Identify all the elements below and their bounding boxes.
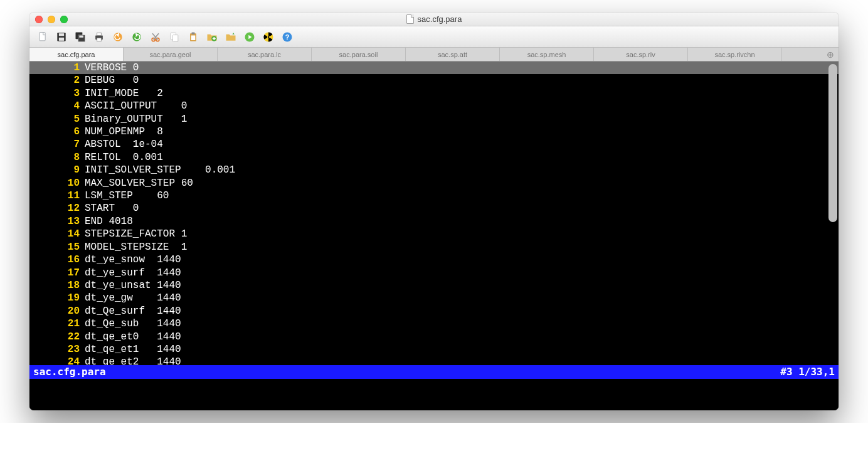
- line-number: 11: [29, 189, 85, 202]
- undo-icon[interactable]: [110, 29, 126, 45]
- cut-icon[interactable]: [147, 29, 164, 45]
- code-line[interactable]: 17dt_ye_surf 1440: [29, 267, 839, 279]
- line-number: 10: [29, 177, 85, 189]
- zoom-icon[interactable]: [60, 16, 68, 23]
- status-bar: sac.cfg.para #3 1/33,1: [29, 365, 839, 379]
- line-number: 4: [29, 100, 85, 112]
- scroll-thumb[interactable]: [828, 64, 837, 222]
- code-line[interactable]: 1VERBOSE 0: [29, 61, 839, 74]
- document-icon: [406, 14, 414, 24]
- line-number: 5: [29, 113, 85, 125]
- code-line[interactable]: 24dt_qe_et2 1440: [29, 356, 839, 365]
- radiation-icon[interactable]: [260, 29, 277, 45]
- code-line[interactable]: 20dt_Qe_surf 1440: [29, 305, 839, 317]
- line-text: LSM_STEP 60: [85, 189, 169, 202]
- code-line[interactable]: 9INIT_SOLVER_STEP 0.001: [29, 164, 839, 176]
- svg-text:?: ?: [285, 33, 290, 41]
- code-line[interactable]: 5Binary_OUTPUT 1: [29, 113, 839, 125]
- line-text: dt_ye_surf 1440: [85, 267, 181, 279]
- tab-sac-sp-rivchn[interactable]: sac.sp.rivchn: [688, 48, 782, 61]
- new-file-icon[interactable]: [34, 29, 51, 45]
- code-line[interactable]: 22dt_qe_et0 1440: [29, 331, 839, 343]
- line-number: 19: [29, 292, 85, 304]
- print-icon[interactable]: [91, 29, 107, 45]
- line-number: 23: [29, 343, 85, 356]
- tab-sac-cfg-para[interactable]: sac.cfg.para: [29, 48, 124, 61]
- line-text: dt_Qe_surf 1440: [85, 305, 181, 317]
- line-number: 6: [29, 125, 85, 138]
- window-title-text: sac.cfg.para: [418, 14, 462, 24]
- code-line[interactable]: 8RELTOL 0.001: [29, 151, 839, 164]
- code-line[interactable]: 6NUM_OPENMP 8: [29, 125, 839, 138]
- status-position: #3 1/33,1: [780, 366, 835, 378]
- redo-icon[interactable]: [129, 29, 145, 45]
- close-icon[interactable]: [35, 16, 43, 23]
- code-line[interactable]: 16dt_ye_snow 1440: [29, 253, 839, 266]
- line-text: dt_qe_et0 1440: [85, 331, 181, 343]
- code-line[interactable]: 15MODEL_STEPSIZE 1: [29, 241, 839, 253]
- new-tab-button[interactable]: ⊕: [822, 48, 839, 61]
- line-number: 17: [29, 267, 85, 279]
- line-number: 20: [29, 305, 85, 317]
- line-text: dt_Qe_sub 1440: [85, 317, 181, 330]
- help-icon[interactable]: ?: [279, 29, 295, 45]
- line-number: 15: [29, 241, 85, 253]
- code-line[interactable]: 7ABSTOL 1e-04: [29, 138, 839, 151]
- code-line[interactable]: 3INIT_MODE 2: [29, 87, 839, 100]
- vertical-scrollbar[interactable]: [828, 64, 837, 351]
- line-text: MAX_SOLVER_STEP 60: [85, 177, 193, 189]
- line-text: dt_ye_gw 1440: [85, 292, 181, 304]
- editor: 1VERBOSE 02DEBUG 03INIT_MODE 24ASCII_OUT…: [29, 61, 839, 410]
- code-line[interactable]: 18dt_ye_unsat 1440: [29, 279, 839, 292]
- line-text: RELTOL 0.001: [85, 151, 163, 164]
- line-text: ASCII_OUTPUT 0: [85, 100, 187, 112]
- line-number: 12: [29, 202, 85, 215]
- tab-sac-para-lc[interactable]: sac.para.lc: [218, 48, 312, 61]
- line-number: 22: [29, 331, 85, 343]
- code-line[interactable]: 12START 0: [29, 202, 839, 215]
- save-icon[interactable]: [53, 29, 70, 45]
- code-line[interactable]: 14STEPSIZE_FACTOR 1: [29, 228, 839, 240]
- svg-rect-9: [97, 38, 102, 41]
- open-folder-icon[interactable]: [204, 29, 220, 45]
- line-text: INIT_SOLVER_STEP 0.001: [85, 164, 235, 176]
- tab-sac-sp-att[interactable]: sac.sp.att: [406, 48, 500, 61]
- line-number: 7: [29, 138, 85, 151]
- tab-strip: sac.cfg.parasac.para.geolsac.para.lcsac.…: [29, 48, 839, 61]
- minimize-icon[interactable]: [48, 16, 55, 23]
- svg-rect-18: [191, 35, 196, 40]
- line-number: 18: [29, 279, 85, 292]
- svg-rect-3: [59, 37, 64, 40]
- tab-sac-para-geol[interactable]: sac.para.geol: [124, 48, 218, 61]
- tab-sac-sp-mesh[interactable]: sac.sp.mesh: [500, 48, 594, 61]
- code-line[interactable]: 2DEBUG 0: [29, 74, 839, 87]
- window-controls: [29, 16, 68, 23]
- line-text: DEBUG 0: [85, 74, 139, 87]
- line-number: 9: [29, 164, 85, 176]
- paste-icon[interactable]: [185, 29, 201, 45]
- line-text: Binary_OUTPUT 1: [85, 113, 187, 125]
- code-area[interactable]: 1VERBOSE 02DEBUG 03INIT_MODE 24ASCII_OUT…: [29, 61, 839, 365]
- line-text: dt_ye_snow 1440: [85, 253, 181, 266]
- run-icon[interactable]: [241, 29, 258, 45]
- code-line[interactable]: 19dt_ye_gw 1440: [29, 292, 839, 304]
- copy-icon[interactable]: [166, 29, 183, 45]
- svg-rect-6: [79, 35, 83, 37]
- code-line[interactable]: 11LSM_STEP 60: [29, 189, 839, 202]
- svg-rect-15: [173, 35, 178, 41]
- new-folder-icon[interactable]: [223, 29, 239, 45]
- tab-sac-para-soil[interactable]: sac.para.soil: [312, 48, 406, 61]
- line-number: 2: [29, 74, 85, 87]
- line-text: dt_qe_et2 1440: [85, 356, 181, 365]
- tab-sac-sp-riv[interactable]: sac.sp.riv: [594, 48, 688, 61]
- titlebar[interactable]: sac.cfg.para: [29, 13, 839, 26]
- save-all-icon[interactable]: [72, 29, 88, 45]
- line-text: MODEL_STEPSIZE 1: [85, 241, 187, 253]
- line-text: dt_qe_et1 1440: [85, 343, 181, 356]
- code-line[interactable]: 23dt_qe_et1 1440: [29, 343, 839, 356]
- code-line[interactable]: 13END 4018: [29, 215, 839, 228]
- line-text: ABSTOL 1e-04: [85, 138, 163, 151]
- code-line[interactable]: 4ASCII_OUTPUT 0: [29, 100, 839, 112]
- code-line[interactable]: 21dt_Qe_sub 1440: [29, 317, 839, 330]
- code-line[interactable]: 10MAX_SOLVER_STEP 60: [29, 177, 839, 189]
